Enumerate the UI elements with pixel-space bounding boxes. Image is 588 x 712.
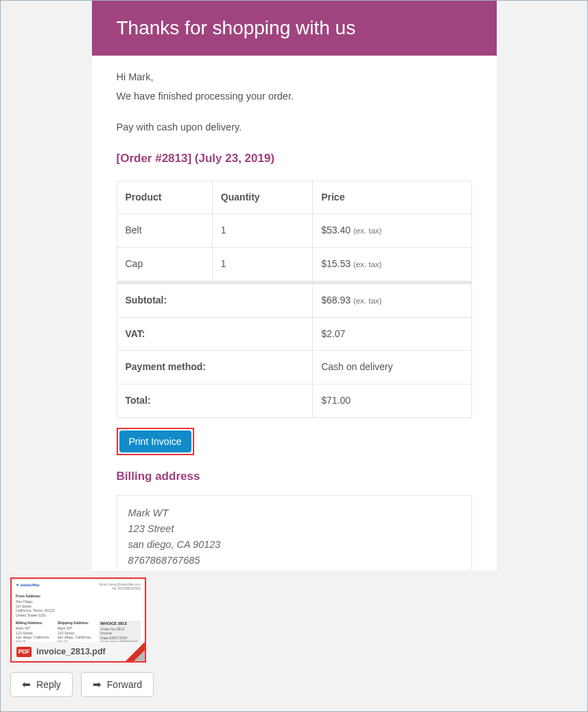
print-invoice-highlight: Print Invoice bbox=[117, 428, 194, 455]
vat-value: $2.07 bbox=[313, 317, 471, 351]
attachment-preview: ✦ webtoffee Email: demo@webtoffee.com Te… bbox=[12, 579, 145, 642]
greeting: Hi Mark, bbox=[117, 69, 472, 84]
reply-label: Reply bbox=[36, 679, 61, 690]
item-price: $53.40 (ex. tax) bbox=[313, 214, 471, 248]
table-header-row: Product Quantity Price bbox=[117, 181, 471, 214]
price-note: (ex. tax) bbox=[353, 260, 382, 268]
billing-city: san diego, CA 90123 bbox=[128, 537, 460, 553]
total-row: Total: $71.00 bbox=[117, 384, 471, 417]
subtotal-label: Subtotal: bbox=[117, 284, 313, 317]
billing-address-box: Mark WT 123 Street san diego, CA 90123 8… bbox=[117, 495, 472, 571]
total-value: $71.00 bbox=[313, 384, 471, 417]
reply-button[interactable]: ⬅ Reply bbox=[10, 672, 73, 697]
forward-arrow-icon: ➡ bbox=[93, 678, 102, 691]
preview-logo: ✦ webtoffee bbox=[16, 583, 40, 590]
col-price: Price bbox=[313, 181, 471, 214]
attachment-row: ✦ webtoffee Email: demo@webtoffee.com Te… bbox=[1, 571, 587, 663]
item-product: Belt bbox=[117, 214, 212, 248]
pay-note: Pay with cash upon delivery. bbox=[117, 119, 472, 135]
preview-meta: Email: demo@webtoffee.com Tel: 876786876… bbox=[99, 583, 141, 590]
preview-ship-line: 123 Street bbox=[58, 631, 97, 636]
forward-label: Forward bbox=[107, 679, 142, 690]
order-table: Product Quantity Price Belt 1 $53.40 (ex… bbox=[117, 181, 472, 418]
price-note: (ex. tax) bbox=[353, 227, 382, 235]
email-body: Hi Mark, We have finished processing you… bbox=[92, 56, 497, 571]
billing-heading: Billing address bbox=[117, 468, 472, 485]
preview-meta-tel: Tel: 8767868767685 bbox=[99, 587, 141, 591]
pdf-icon: PDF bbox=[16, 647, 32, 657]
preview-ship-title: Shipping Address: bbox=[58, 621, 97, 625]
preview-ship-line: Mark WT bbox=[58, 626, 97, 631]
col-product: Product bbox=[117, 181, 212, 214]
preview-invoice-title: INVOICE 2813 bbox=[100, 621, 139, 626]
vat-row: VAT: $2.07 bbox=[117, 317, 471, 351]
subtotal-note: (ex. tax) bbox=[353, 297, 382, 305]
preview-from-title: From Address: bbox=[16, 594, 141, 599]
email-header: Thanks for shopping with us bbox=[92, 1, 497, 56]
table-row: Belt 1 $53.40 (ex. tax) bbox=[117, 214, 471, 248]
attachment-card[interactable]: ✦ webtoffee Email: demo@webtoffee.com Te… bbox=[10, 577, 146, 663]
subtotal-value: $68.93 (ex. tax) bbox=[313, 284, 471, 317]
preview-meta-email: Email: demo@webtoffee.com bbox=[99, 583, 141, 587]
forward-button[interactable]: ➡ Forward bbox=[81, 672, 154, 697]
table-row: Cap 1 $15.53 (ex. tax) bbox=[117, 248, 471, 282]
preview-from-block: From Address: San Diego CA Street Califo… bbox=[16, 594, 141, 617]
preview-bill-title: Billing Address: bbox=[16, 621, 55, 625]
attachment-footer: PDF invoice_2813.pdf bbox=[12, 642, 145, 661]
preview-from-line: San Diego bbox=[16, 599, 141, 604]
billing-phone: 8767868767685 bbox=[128, 553, 460, 569]
preview-bill-line: 123 Street bbox=[16, 631, 55, 636]
billing-name: Mark WT bbox=[128, 505, 460, 521]
billing-street: 123 Street bbox=[128, 521, 460, 537]
preview-invoice-line: Order No.2813 bbox=[100, 627, 139, 632]
dog-ear-icon bbox=[126, 642, 145, 661]
price-value: $53.40 bbox=[321, 225, 351, 236]
processed-line: We have finished processing your order. bbox=[117, 89, 472, 104]
col-quantity: Quantity bbox=[212, 181, 312, 214]
action-row: ⬅ Reply ➡ Forward bbox=[1, 663, 587, 707]
item-qty: 1 bbox=[212, 214, 312, 248]
preview-invoice-line: Invoice Date:23/07/2019 bbox=[100, 631, 139, 640]
paymethod-label: Payment method: bbox=[117, 351, 313, 384]
subtotal-row: Subtotal: $68.93 (ex. tax) bbox=[117, 284, 471, 317]
paymethod-value: Cash on delivery bbox=[313, 351, 471, 384]
item-product: Cap bbox=[117, 248, 212, 282]
email-card: Thanks for shopping with us Hi Mark, We … bbox=[92, 1, 497, 571]
subtotal-amount: $68.93 bbox=[321, 295, 351, 306]
item-qty: 1 bbox=[212, 248, 312, 282]
vat-label: VAT: bbox=[117, 317, 313, 351]
preview-from-line: CA Street bbox=[16, 604, 141, 609]
attachment-filename: invoice_2813.pdf bbox=[36, 647, 106, 656]
item-price: $15.53 (ex. tax) bbox=[313, 248, 471, 282]
reply-arrow-icon: ⬅ bbox=[22, 678, 31, 691]
email-card-wrap: Thanks for shopping with us Hi Mark, We … bbox=[1, 1, 587, 571]
paymethod-row: Payment method: Cash on delivery bbox=[117, 351, 471, 384]
preview-from-line: California, Texas, 90123 bbox=[16, 608, 141, 613]
preview-from-line: United States (US) bbox=[16, 613, 141, 618]
preview-bill-line: Mark WT bbox=[16, 626, 55, 631]
order-heading: [Order #2813] (July 23, 2019) bbox=[117, 150, 472, 168]
total-label: Total: bbox=[117, 384, 313, 417]
print-invoice-button[interactable]: Print Invoice bbox=[119, 430, 191, 452]
email-viewport: Thanks for shopping with us Hi Mark, We … bbox=[0, 0, 588, 712]
price-value: $15.53 bbox=[321, 258, 351, 269]
